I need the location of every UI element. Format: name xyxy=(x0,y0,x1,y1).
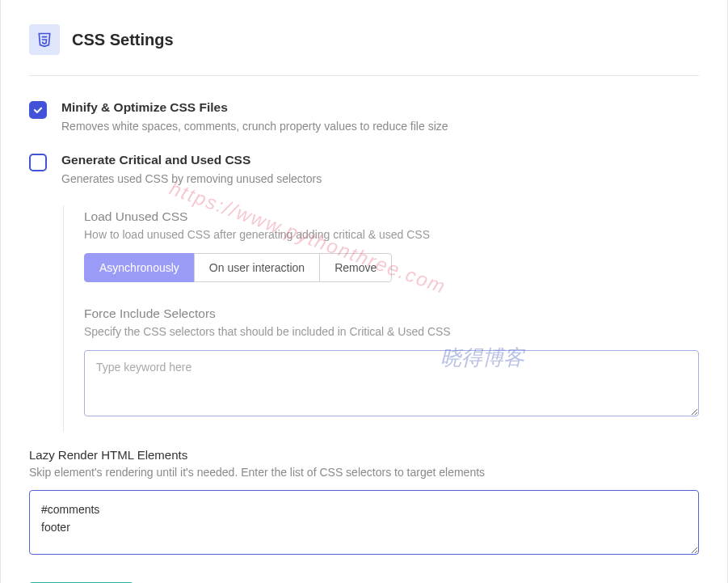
page-title: CSS Settings xyxy=(72,31,174,49)
nested-css-options: Load Unused CSS How to load unused CSS a… xyxy=(63,205,699,432)
lazy-title: Lazy Render HTML Elements xyxy=(29,448,699,462)
btn-asynchronously[interactable]: Asynchronously xyxy=(84,253,195,282)
force-include-desc: Specify the CSS selectors that should be… xyxy=(84,325,699,338)
critical-checkbox[interactable] xyxy=(29,154,47,171)
critical-title: Generate Critical and Used CSS xyxy=(61,153,699,167)
css-settings-panel: CSS Settings Minify & Optimize CSS Files… xyxy=(0,0,728,583)
minify-desc: Removes white spaces, comments, crunch p… xyxy=(61,120,699,133)
load-unused-title: Load Unused CSS xyxy=(84,209,699,224)
minify-title: Minify & Optimize CSS Files xyxy=(61,100,699,115)
css-icon xyxy=(29,24,60,55)
section-header: CSS Settings xyxy=(29,24,699,76)
force-include-title: Force Include Selectors xyxy=(84,306,699,321)
critical-desc: Generates used CSS by removing unused se… xyxy=(61,172,699,185)
load-unused-button-group: Asynchronously On user interaction Remov… xyxy=(84,253,699,282)
minify-checkbox[interactable] xyxy=(29,101,47,119)
btn-on-user-interaction[interactable]: On user interaction xyxy=(194,253,320,282)
btn-remove[interactable]: Remove xyxy=(319,253,392,282)
option-minify: Minify & Optimize CSS Files Removes whit… xyxy=(29,100,699,133)
lazy-render-section: Lazy Render HTML Elements Skip element's… xyxy=(29,448,699,558)
option-critical: Generate Critical and Used CSS Generates… xyxy=(29,153,699,185)
lazy-desc: Skip element's rendering until it's need… xyxy=(29,466,699,479)
lazy-textarea[interactable] xyxy=(29,490,699,555)
load-unused-desc: How to load unused CSS after generating … xyxy=(84,228,699,241)
force-include-textarea[interactable] xyxy=(84,350,699,416)
